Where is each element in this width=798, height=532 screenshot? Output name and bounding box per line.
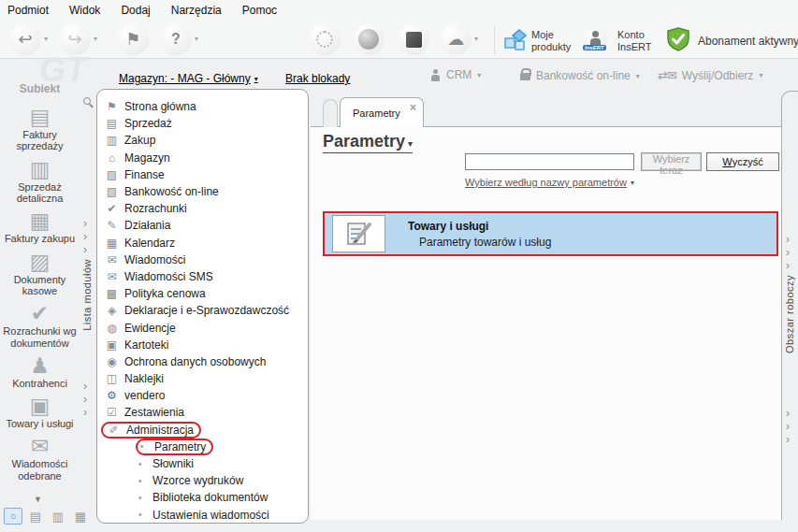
module-item-naklejki[interactable]: ◫Naklejki (97, 370, 308, 387)
vendero-gear-icon: ⚙ (104, 389, 120, 402)
cloud-button[interactable]: ☁ (440, 23, 472, 55)
sidebar-item-faktury-sprzeda-y[interactable]: ▤Faktury sprzedaży (1, 105, 80, 152)
module-label: Ustawienia wiadomości (152, 509, 269, 522)
sidebar-item-towary-i-us-ugi[interactable]: ▣Towary i usługi (1, 394, 80, 429)
cube-button[interactable] (398, 23, 429, 55)
panel-pin-icon[interactable] (83, 97, 91, 105)
refresh-icon (316, 31, 333, 48)
insert-logo-badge: InsERT (583, 45, 606, 50)
sidebar-item-sprzeda-detaliczna[interactable]: ▥Sprzedaż detaliczna (1, 157, 80, 205)
chevron-right-icon: › (786, 434, 790, 445)
abonament-status-label: Abonament aktywny (698, 35, 798, 48)
moje-produkty-icon[interactable] (503, 28, 528, 55)
menu-item-narz-dzia[interactable]: Narzędzia (171, 4, 222, 17)
workspace-strip[interactable]: › › › Obszar roboczy › › › (781, 91, 798, 520)
konto-insert-icon[interactable]: InsERT (583, 27, 607, 51)
module-item-wiadomo-ci-sms[interactable]: ✉Wiadomości SMS (97, 268, 308, 285)
goods-services-icon: ▣ (30, 394, 51, 418)
module-item-kalendarz[interactable]: ▦Kalendarz (97, 235, 308, 252)
cloud-icon: ☁ (447, 29, 464, 50)
module-label: Słowniki (152, 457, 194, 470)
module-item-bankowo-on-line[interactable]: ▧Bankowość on-line (97, 183, 308, 200)
tab-parametry[interactable]: Parametry × (340, 97, 424, 127)
bullet-icon: • (138, 493, 148, 503)
pricing-icon: ▩ (104, 287, 120, 300)
parameter-group-towary-i-uslugi[interactable]: Towary i usługi Parametry towarów i usłu… (323, 211, 778, 256)
caret-down-icon[interactable]: ▾ (94, 35, 97, 43)
crm-toolbar-button[interactable]: CRM ▾ (430, 68, 481, 81)
sidebar-item-kontrahenci[interactable]: ♟Kontrahenci (1, 353, 80, 389)
sidebar-item-dokumenty-kasowe[interactable]: ▨Dokumenty kasowe (1, 250, 80, 297)
ebanking-icon: ▧ (104, 185, 120, 198)
module-item-polityka-cenowa[interactable]: ▩Polityka cenowa (97, 285, 308, 302)
module-item-deklaracje-i-e-sprawozdawczo[interactable]: ◈Deklaracje i e-Sprawozdawczość (97, 302, 308, 319)
module-subitem-parametry[interactable]: •Parametry (97, 439, 308, 455)
module-subitem-ustawienia-wiadomo-ci[interactable]: •Ustawienia wiadomości (97, 507, 308, 524)
refresh-button[interactable] (309, 23, 341, 55)
filter-link-label: Wybierz według nazwy parametrów (465, 177, 627, 188)
help-icon: ? (171, 31, 181, 48)
sidebar-item-label: Sprzedaż detaliczna (1, 181, 80, 205)
flag-button[interactable]: ⚑ (117, 23, 149, 55)
module-item-zakup[interactable]: ▥Zakup (97, 132, 308, 149)
caret-down-icon: ▾ (408, 138, 413, 149)
blokada-link-label: Brak blokady (285, 72, 350, 85)
module-label: Wzorce wydruków (152, 474, 243, 487)
clear-button[interactable]: Wyczyść (706, 152, 779, 171)
module-item-ewidencje[interactable]: ◍Ewidencje (97, 319, 308, 336)
declarations-icon: ◈ (104, 304, 120, 317)
sales-mini-button[interactable]: ▤ (26, 508, 45, 525)
globe-button[interactable] (353, 23, 384, 55)
module-subitem-biblioteka-dokument-w[interactable]: •Biblioteka dokumentów (97, 489, 308, 506)
modules-strip[interactable]: › › › Lista modułów › › › (80, 89, 96, 524)
konto-insert-button[interactable]: Konto InsERT (617, 29, 666, 53)
module-item-strona-g-wna[interactable]: ⚑Strona główna (97, 98, 308, 115)
back-arrow-button[interactable]: ↩ (9, 23, 41, 55)
sidebar-item-faktury-zakupu[interactable]: ▦Faktury zakupu (1, 208, 80, 244)
menu-item-widok[interactable]: Widok (69, 4, 100, 17)
select-now-button[interactable]: Wybierz teraz (641, 152, 702, 171)
sidebar-shortcuts: ▤Faktury sprzedaży▥Sprzedaż detaliczna▦F… (0, 105, 80, 486)
module-subitem-wzorce-wydruk-w[interactable]: •Wzorce wydruków (97, 472, 308, 489)
page-title-menu[interactable]: Parametry ▾ (323, 132, 413, 153)
module-circle-button[interactable]: ○ (4, 508, 22, 525)
module-subitem-s-owniki[interactable]: •Słowniki (97, 455, 308, 472)
bankowosc-toolbar-button[interactable]: Bankowość on-line ▾ (520, 65, 640, 82)
help-button[interactable]: ? (160, 23, 192, 55)
module-item-rozrachunki[interactable]: ✔Rozrachunki (97, 200, 308, 217)
module-item-wiadomo-ci[interactable]: ✉Wiadomości (97, 252, 308, 268)
sidebar-item-wiadomo-ci-odebrane[interactable]: ✉Wiadomości odebrane (1, 434, 80, 482)
parameter-search-input[interactable] (465, 153, 634, 170)
sidebar-collapse-arrow-icon[interactable]: ▼ (34, 495, 42, 504)
tab-strip-stub (323, 99, 338, 127)
caret-down-icon[interactable]: ▾ (195, 35, 198, 43)
subscription-shield-icon[interactable] (666, 27, 690, 54)
caret-down-icon[interactable]: ▾ (44, 35, 48, 43)
module-item-kartoteki[interactable]: ▣Kartoteki (97, 337, 308, 353)
caret-down-icon: ▾ (631, 179, 634, 187)
caret-down-icon: ▾ (254, 75, 258, 83)
module-item-sprzeda[interactable]: ▤Sprzedaż (97, 115, 308, 132)
module-item-finanse[interactable]: ▨Finanse (97, 166, 308, 183)
menu-item-pomoc[interactable]: Pomoc (242, 4, 277, 17)
module-item-vendero[interactable]: ⚙vendero (97, 387, 308, 404)
crm-person-icon (430, 69, 441, 81)
module-item-magazyn[interactable]: ⌂Magazyn (97, 150, 308, 166)
sidebar-item-rozrachunki-wg-dokument-w[interactable]: ✔Rozrachunki wg dokumentów (1, 301, 80, 349)
caret-down-icon[interactable]: ▾ (474, 35, 478, 43)
filter-by-name-link[interactable]: Wybierz według nazwy parametrów ▾ (465, 177, 634, 188)
module-item-zestawienia[interactable]: ☑Zestawienia (97, 404, 308, 421)
menu-item-podmiot[interactable]: Podmiot (7, 4, 49, 17)
module-item-dzia-ania[interactable]: ✎Działania (97, 217, 308, 234)
retail-mini-button[interactable]: ▥ (49, 508, 67, 525)
sales-mini-icon: ▤ (30, 510, 41, 524)
module-item-ochrona-danych-osobowych[interactable]: ◉Ochrona danych osobowych (97, 353, 308, 370)
tab-close-icon[interactable]: × (410, 101, 416, 114)
menu-item-dodaj[interactable]: Dodaj (121, 4, 150, 17)
module-item-administracja[interactable]: ✐Administracja (97, 422, 308, 439)
chevron-right-icon: › (83, 394, 87, 405)
blokada-link[interactable]: Brak blokady (285, 72, 350, 85)
wyslij-odbierz-toolbar-button[interactable]: ⇄✉ Wyślij/Odbierz ▾ (658, 68, 762, 82)
magazyn-selector-link[interactable]: Magazyn: - MAG - Główny ▾ (119, 72, 258, 85)
moje-produkty-button[interactable]: Moje produkty (531, 29, 586, 53)
